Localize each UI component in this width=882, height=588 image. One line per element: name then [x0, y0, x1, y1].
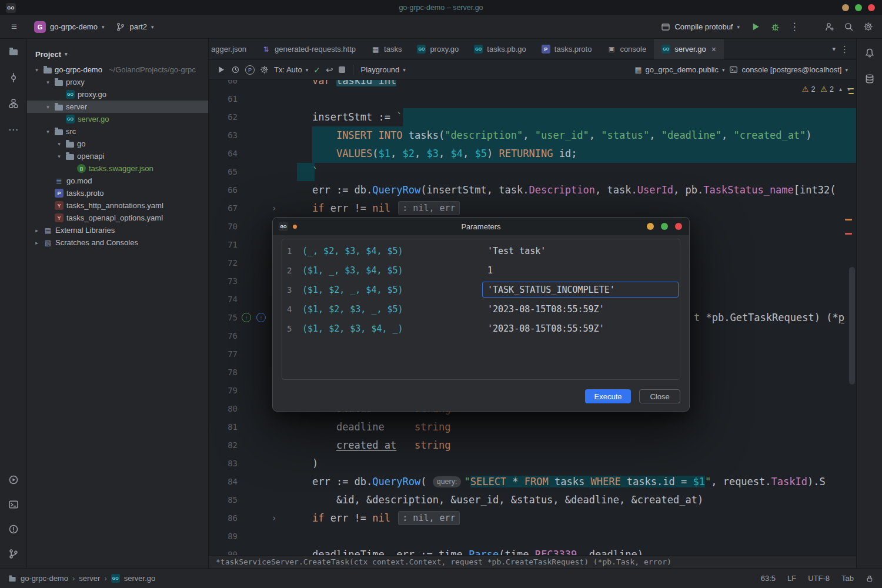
line-number[interactable]: 65: [209, 163, 253, 181]
tree-item-server-go[interactable]: GOserver.go: [27, 113, 208, 125]
line-number[interactable]: 84: [209, 473, 253, 491]
code-line[interactable]: 64 VALUES($1, $2, $3, $4, $5) RETURNING …: [209, 145, 856, 163]
chevron-down-icon[interactable]: ▾: [44, 79, 52, 85]
file-encoding[interactable]: UTF-8: [808, 574, 830, 583]
line-number[interactable]: 80: [209, 400, 253, 418]
code-line[interactable]: 66 err := db.QueryRow(insertStmt, task.D…: [209, 181, 856, 199]
terminal-tool-icon[interactable]: [8, 499, 19, 510]
tree-item-scratches-and-consoles[interactable]: ▸▧Scratches and Consoles: [27, 236, 208, 249]
fold-marker-icon[interactable]: ›: [253, 199, 288, 218]
tab-tasks[interactable]: ▦tasks: [363, 39, 409, 59]
fold-marker-icon[interactable]: ›: [253, 509, 288, 527]
tab-tasks-pb-go[interactable]: GOtasks.pb.go: [466, 39, 534, 59]
tree-item-go-grpc-demo[interactable]: ▾go-grpc-demo~/GolandProjects/go-grpc: [27, 64, 208, 76]
history-icon[interactable]: [231, 65, 240, 74]
inspections-widget[interactable]: ⚠ 2 ⚠ 2 ▴ ▾: [802, 85, 850, 93]
parameter-value[interactable]: 'Test task': [482, 246, 680, 256]
vcs-branch-widget[interactable]: part2 ▾: [111, 19, 158, 35]
line-number[interactable]: 66: [209, 181, 253, 199]
line-number[interactable]: 60: [209, 80, 253, 90]
code-line[interactable]: 83 ): [209, 455, 856, 473]
tree-item-tasks-openapi-options-yaml[interactable]: Ytasks_openapi_options.yaml: [27, 212, 208, 224]
parameter-row-4[interactable]: 4($1, $2, $3, _, $5)'2023-08-15T08:55:59…: [282, 299, 680, 319]
indent-style[interactable]: Tab: [841, 574, 854, 583]
line-number[interactable]: 83: [209, 455, 253, 473]
line-number[interactable]: 62: [209, 108, 253, 126]
breadcrumb-item-server-go[interactable]: server.go: [124, 574, 155, 583]
chevron-down-icon[interactable]: ▾: [44, 129, 52, 135]
parameter-row-2[interactable]: 2($1, _, $3, $4, $5)1: [282, 260, 680, 280]
breadcrumb-item-go-grpc-demo[interactable]: go-grpc-demo: [21, 574, 68, 583]
line-number[interactable]: 76: [209, 327, 253, 345]
schema-selector[interactable]: ▦ go_grpc_demo.public ▾: [634, 65, 724, 74]
line-number[interactable]: 85: [209, 491, 253, 509]
parameter-row-1[interactable]: 1(_, $2, $3, $4, $5)'Test task': [282, 241, 680, 260]
execute-button[interactable]: Execute: [585, 389, 631, 403]
chevron-right-icon[interactable]: ▸: [33, 228, 41, 233]
line-number[interactable]: 71: [209, 236, 253, 254]
line-separator[interactable]: LF: [787, 574, 796, 583]
readonly-lock-icon[interactable]: [866, 574, 874, 583]
close-icon[interactable]: ×: [711, 45, 716, 54]
main-menu-icon[interactable]: ≡: [6, 19, 22, 35]
tree-item-go[interactable]: ▾go: [27, 138, 208, 150]
close-button[interactable]: Close: [639, 389, 680, 403]
breadcrumb-item-server[interactable]: server: [79, 574, 100, 583]
more-actions-icon[interactable]: ⋮: [786, 19, 803, 35]
line-number[interactable]: 63: [209, 126, 253, 145]
chevron-down-icon[interactable]: ▾: [55, 153, 63, 159]
tab-options-icon[interactable]: ⋮: [840, 44, 849, 55]
commit-check-icon[interactable]: ✓: [313, 65, 320, 75]
tab-console[interactable]: ▣console: [599, 39, 654, 59]
chevron-right-icon[interactable]: ▸: [33, 240, 41, 246]
tab-proxy-go[interactable]: GOproxy.go: [409, 39, 466, 59]
chevron-down-icon[interactable]: ▾: [33, 67, 41, 73]
console-selector[interactable]: console [postgres@localhost] ▾: [729, 65, 848, 74]
line-number[interactable]: 72: [209, 254, 253, 272]
tree-item-openapi[interactable]: ▾openapi: [27, 150, 208, 162]
console-settings-icon[interactable]: [260, 65, 269, 74]
tab-tasks-proto[interactable]: Ptasks.proto: [534, 39, 600, 59]
line-number[interactable]: 70: [209, 218, 253, 236]
search-everywhere-icon[interactable]: [840, 19, 857, 35]
line-number[interactable]: 64: [209, 145, 253, 163]
tree-item-external-libraries[interactable]: ▸▤External Libraries: [27, 224, 208, 236]
run-config-widget[interactable]: Compile protobuf ▾: [656, 19, 744, 35]
debug-button[interactable]: [767, 19, 783, 35]
run-button[interactable]: [747, 19, 764, 35]
parameter-value[interactable]: 1: [482, 265, 680, 276]
prev-problem-icon[interactable]: ▴: [839, 86, 842, 92]
next-problem-icon[interactable]: ▾: [847, 86, 850, 92]
tree-item-tasks-swagger-json[interactable]: {}tasks.swagger.json: [27, 162, 208, 175]
code-with-me-icon[interactable]: [821, 19, 837, 35]
project-widget[interactable]: G go-grpc-demo ▾: [29, 19, 109, 35]
code-line[interactable]: 61: [209, 90, 856, 108]
notifications-bell-icon[interactable]: [864, 47, 876, 59]
problems-tool-icon[interactable]: [8, 523, 19, 535]
line-number[interactable]: 61: [209, 90, 253, 108]
tab-generated-requests-http[interactable]: ⇅generated-requests.http: [254, 39, 363, 59]
tree-item-tasks-proto[interactable]: Ptasks.proto: [27, 187, 208, 199]
line-number[interactable]: 77: [209, 345, 253, 363]
run-tool-icon[interactable]: [8, 474, 19, 486]
code-line[interactable]: 86› if err != nil : nil, err: [209, 509, 856, 527]
more-tool-windows-icon[interactable]: ⋯: [8, 123, 19, 135]
line-number[interactable]: 89: [209, 527, 253, 546]
database-tool-icon[interactable]: [864, 73, 876, 85]
window-control-maximize[interactable]: [855, 4, 862, 11]
line-number[interactable]: 67: [209, 199, 253, 218]
code-line[interactable]: 89: [209, 527, 856, 546]
line-number[interactable]: 86: [209, 509, 253, 527]
code-line[interactable]: 84 err := db.QueryRow( query:"SELECT * F…: [209, 473, 856, 491]
window-control-minimize[interactable]: [842, 4, 849, 11]
editor-scrollbar[interactable]: [849, 267, 855, 385]
dialog-minimize-control[interactable]: [647, 223, 654, 230]
implements-icon[interactable]: ↑: [242, 313, 251, 322]
dialog-close-control[interactable]: [675, 223, 682, 230]
playground-selector[interactable]: Playground ▾: [361, 65, 406, 74]
code-line[interactable]: 85 &id, &description, &user_id, &status,…: [209, 491, 856, 509]
tree-item-tasks-http-annotations-yaml[interactable]: Ytasks_http_annotations.yaml: [27, 199, 208, 212]
line-number[interactable]: 79: [209, 382, 253, 400]
code-line[interactable]: 67› if err != nil : nil, err: [209, 199, 856, 218]
warning-badge-2[interactable]: ⚠ 2: [820, 85, 834, 93]
